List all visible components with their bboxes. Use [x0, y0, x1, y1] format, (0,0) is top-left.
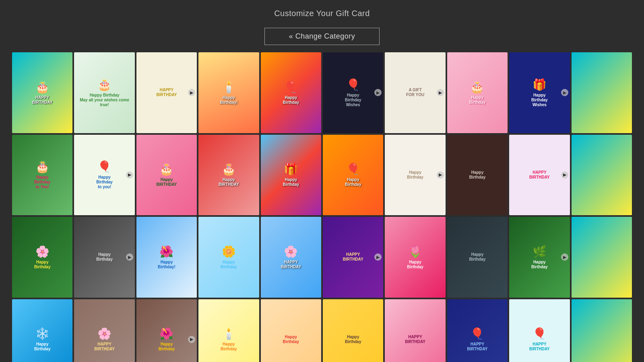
card-7[interactable]: A GIFT FOR YOU▶	[385, 52, 445, 133]
card-label: Happy Birthday	[407, 260, 423, 269]
card-33[interactable]: 🌺Happy Birthday▶	[136, 299, 197, 362]
card-icon: 🎈	[346, 78, 360, 91]
card-arrow-icon: ▶	[437, 89, 444, 96]
card-label: Happy Birthday	[34, 342, 51, 352]
card-label: HAPPY BIRTHDAY	[529, 342, 550, 352]
card-icon: 🎂	[97, 78, 111, 91]
card-23[interactable]: 🌺Happy Birthday!	[136, 217, 197, 298]
card-19[interactable]: HAPPY BIRTHDAY▶	[509, 135, 570, 216]
change-category-button[interactable]: « Change Category	[264, 28, 380, 45]
card-icon: 🌸	[97, 327, 111, 340]
card-6[interactable]: 🎈Happy Birthday Wishes▶	[323, 52, 383, 133]
card-3[interactable]: HAPPY BIRTHDAY▶	[136, 52, 197, 133]
card-label: Happy Birthday	[469, 170, 486, 180]
card-icon: 🎂	[470, 80, 484, 94]
card-label: Happy Birthday	[159, 342, 175, 352]
card-icon: ❄️	[35, 327, 50, 340]
card-icon: 🌸	[284, 245, 298, 258]
card-10[interactable]	[572, 52, 632, 133]
card-32[interactable]: 🌸HAPPY BIRTHDAY	[74, 299, 134, 362]
card-label: Happy Birthday!	[158, 260, 175, 269]
card-26[interactable]: HAPPY BIRTHDAY▶	[323, 217, 383, 298]
card-9[interactable]: 🎁Happy Birthday Wishes▶	[509, 52, 570, 133]
card-icon: 🌼	[222, 245, 236, 258]
card-40[interactable]	[572, 299, 632, 362]
card-icon: 🌺	[159, 327, 173, 340]
card-icon: 🌸	[35, 245, 50, 258]
card-label: Happy Birthday	[407, 170, 423, 180]
card-icon: 🎁	[533, 78, 547, 91]
card-arrow-icon: ▶	[126, 253, 133, 261]
card-label: Happy Birthday	[345, 335, 361, 344]
card-label: Happy Birthday	[221, 260, 237, 269]
card-36[interactable]: Happy Birthday	[323, 299, 383, 362]
card-arrow-icon: ▶	[561, 171, 568, 179]
btn-row: « Change Category	[0, 22, 644, 52]
card-25[interactable]: 🌸HAPPY BIRTHDAY	[261, 217, 321, 298]
card-27[interactable]: 🌷Happy Birthday	[385, 217, 445, 298]
card-15[interactable]: 🎁Happy Birthday	[261, 135, 321, 216]
card-icon: 🎂	[35, 160, 50, 173]
card-icon: 🎁	[284, 162, 298, 176]
card-label: Happy Birthday to You!	[34, 175, 51, 189]
card-label: Happy Birthday	[221, 342, 237, 352]
card-label: Happy BIRTHDAY	[157, 177, 177, 187]
card-1[interactable]: 🎂HAPPY BIRTHDAY	[12, 52, 72, 133]
card-label: Happy Birthday	[531, 260, 548, 269]
card-label: HAPPY BIRTHDAY	[94, 342, 115, 352]
card-icon: 🎈	[470, 327, 484, 340]
card-label: Happy Birthday to you!	[96, 175, 113, 189]
cards-grid: 🎂HAPPY BIRTHDAY🎂Happy Birthday May all y…	[0, 52, 644, 362]
card-2[interactable]: 🎂Happy Birthday May all your wishes come…	[74, 52, 134, 133]
card-label: Happy Birthday!	[220, 95, 237, 105]
card-label: Happy Birthday	[469, 252, 486, 262]
card-4[interactable]: 🕯️Happy Birthday!	[198, 52, 259, 133]
card-label: HAPPY BIRTHDAY	[157, 88, 177, 97]
card-31[interactable]: ❄️Happy Birthday	[12, 299, 72, 362]
card-icon: 🎂	[159, 162, 173, 176]
card-arrow-icon: ▶	[126, 171, 133, 179]
card-12[interactable]: 🎈Happy Birthday to you!▶	[74, 135, 134, 216]
card-35[interactable]: Happy Birthday	[261, 299, 321, 362]
card-label: Happy Birthday May all your wishes come …	[76, 93, 132, 107]
card-icon: 🌺	[159, 245, 173, 258]
card-arrow-icon: ▶	[561, 89, 568, 96]
card-38[interactable]: 🎈HAPPY BIRTHDAY	[447, 299, 508, 362]
card-24[interactable]: 🌼Happy Birthday	[198, 217, 259, 298]
card-37[interactable]: HAPPY BIRTHDAY	[385, 299, 445, 362]
card-label: Happy Birthday	[283, 95, 299, 105]
card-22[interactable]: Happy Birthday▶	[74, 217, 134, 298]
card-34[interactable]: 🕯️Happy Birthday	[198, 299, 259, 362]
page-title: Customize Your Gift Card	[0, 9, 644, 18]
card-icon: 🎈	[533, 327, 547, 340]
card-label: HAPPY BIRTHDAY	[467, 342, 488, 352]
card-11[interactable]: 🎂Happy Birthday to You!	[12, 135, 72, 216]
card-8[interactable]: 🎂Happy Birthday	[447, 52, 508, 133]
card-arrow-icon: ▶	[188, 89, 195, 96]
card-18[interactable]: Happy Birthday	[447, 135, 508, 216]
card-icon: 🕯️	[222, 80, 236, 94]
card-icon: 🌷	[408, 245, 422, 258]
card-30[interactable]	[572, 217, 632, 298]
card-label: Happy Birthday	[283, 335, 299, 344]
card-arrow-icon: ▶	[374, 253, 382, 261]
card-14[interactable]: 🎂Happy BIRTHDAY	[198, 135, 259, 216]
card-29[interactable]: 🌿Happy Birthday▶	[509, 217, 570, 298]
card-label: HAPPY BIRTHDAY	[343, 252, 363, 262]
card-28[interactable]: Happy Birthday	[447, 217, 508, 298]
card-16[interactable]: 🎈Happy Birthday	[323, 135, 383, 216]
card-label: Happy Birthday	[345, 177, 361, 187]
card-17[interactable]: Happy Birthday▶	[385, 135, 445, 216]
card-icon: 🎈	[97, 160, 111, 173]
card-label: Happy Birthday	[34, 260, 51, 269]
card-20[interactable]	[572, 135, 632, 216]
card-icon: 🎈	[346, 162, 360, 176]
card-5[interactable]: 🎈Happy Birthday	[261, 52, 321, 133]
card-21[interactable]: 🌸Happy Birthday	[12, 217, 72, 298]
card-icon: 🎈	[284, 80, 298, 94]
card-icon: 🕯️	[222, 327, 236, 340]
card-39[interactable]: 🎈HAPPY BIRTHDAY	[509, 299, 570, 362]
card-13[interactable]: 🎂Happy BIRTHDAY	[136, 135, 197, 216]
card-label: HAPPY BIRTHDAY	[529, 170, 550, 180]
card-arrow-icon: ▶	[437, 171, 444, 179]
